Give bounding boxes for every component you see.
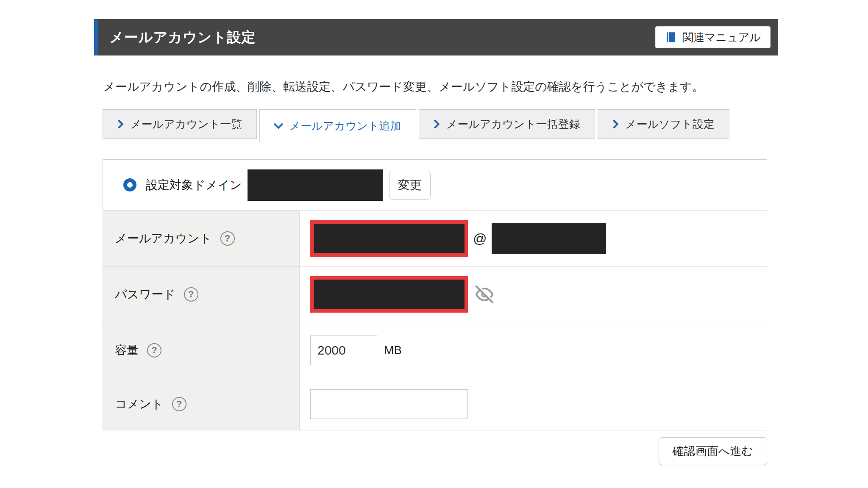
- tab-label: メールアカウント一覧: [130, 117, 242, 132]
- page-header: メールアカウント設定 関連マニュアル: [94, 19, 778, 55]
- chevron-right-icon: [117, 120, 124, 128]
- mail-account-label: メールアカウント: [115, 230, 212, 247]
- capacity-value-cell: MB: [300, 322, 767, 378]
- password-input-redacted[interactable]: [310, 276, 468, 313]
- change-domain-button[interactable]: 変更: [389, 171, 431, 200]
- help-icon[interactable]: ?: [147, 343, 161, 358]
- tab-mail-account-add[interactable]: メールアカウント追加: [259, 109, 416, 142]
- mail-account-value-cell: @: [300, 211, 767, 266]
- proceed-to-confirm-button[interactable]: 確認画面へ進む: [659, 437, 767, 465]
- comment-input[interactable]: [310, 389, 468, 419]
- mail-account-label-cell: メールアカウント ?: [103, 211, 300, 266]
- password-row: パスワード ?: [103, 267, 767, 322]
- book-icon: [665, 31, 677, 43]
- related-manual-button[interactable]: 関連マニュアル: [655, 26, 771, 48]
- comment-label: コメント: [115, 396, 164, 412]
- tab-mail-account-list[interactable]: メールアカウント一覧: [103, 109, 257, 139]
- help-icon[interactable]: ?: [184, 287, 198, 302]
- at-symbol: @: [473, 231, 487, 247]
- target-domain-row: 設定対象ドメイン 変更: [103, 160, 767, 211]
- tab-label: メールアカウント追加: [289, 119, 401, 133]
- tab-bar: メールアカウント一覧 メールアカウント追加 メールアカウント一括登録 メールソフ…: [103, 109, 729, 142]
- capacity-label: 容量: [115, 342, 139, 358]
- domain-value-redacted: [248, 169, 383, 201]
- target-domain-label: 設定対象ドメイン: [146, 177, 242, 193]
- mail-account-input-redacted[interactable]: [310, 220, 468, 257]
- capacity-row: 容量 ? MB: [103, 322, 767, 378]
- password-label-cell: パスワード ?: [103, 267, 300, 322]
- capacity-input[interactable]: [310, 336, 377, 365]
- comment-label-cell: コメント ?: [103, 378, 300, 430]
- tab-mail-account-bulk-register[interactable]: メールアカウント一括登録: [419, 109, 595, 139]
- mail-domain-redacted: [492, 223, 606, 254]
- mail-account-form: 設定対象ドメイン 変更 メールアカウント ? @ パスワード ?: [103, 159, 767, 430]
- password-value-cell: [300, 267, 767, 322]
- capacity-unit: MB: [384, 344, 402, 357]
- chevron-right-icon: [434, 120, 440, 128]
- related-manual-label: 関連マニュアル: [682, 30, 761, 45]
- tab-label: メールソフト設定: [625, 117, 715, 132]
- page-description: メールアカウントの作成、削除、転送設定、パスワード変更、メールソフト設定の確認を…: [103, 79, 704, 95]
- comment-value-cell: [300, 378, 767, 430]
- help-icon[interactable]: ?: [172, 397, 186, 411]
- comment-row: コメント ?: [103, 378, 767, 430]
- chevron-down-icon: [274, 123, 283, 129]
- capacity-label-cell: 容量 ?: [103, 322, 300, 378]
- tab-label: メールアカウント一括登録: [446, 117, 580, 132]
- password-label: パスワード: [115, 286, 175, 302]
- domain-radio-selected[interactable]: [123, 178, 136, 191]
- page-title: メールアカウント設定: [109, 28, 256, 47]
- mail-account-row: メールアカウント ? @: [103, 211, 767, 267]
- tab-mail-software-settings[interactable]: メールソフト設定: [598, 109, 729, 139]
- chevron-right-icon: [612, 120, 619, 128]
- eye-off-icon[interactable]: [475, 286, 494, 303]
- help-icon[interactable]: ?: [220, 231, 235, 246]
